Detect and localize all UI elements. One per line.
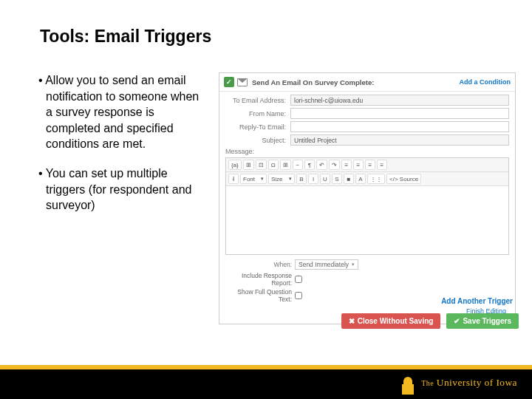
editor-toolbar-row2: I̵ Font Size B I U S ■ A ⋮⋮ </> Source (226, 172, 508, 186)
editor-toolbar-row1: {a} ⊞ ⊡ Ω ⊞ − ¶ ↶ ↷ ≡ ≡ ≡ ≡ (226, 158, 508, 172)
subject-input[interactable]: Untitled Project (290, 134, 509, 146)
table-icon[interactable]: ⊞ (243, 160, 254, 170)
align-left-icon[interactable]: ≡ (341, 160, 352, 170)
align-justify-icon[interactable]: ≡ (377, 160, 387, 170)
piped-text-icon[interactable]: {a} (228, 160, 242, 170)
university-logo: The University of Iowa (400, 371, 517, 395)
align-right-icon[interactable]: ≡ (365, 160, 375, 170)
footer: The University of Iowa (0, 358, 532, 399)
list-button[interactable]: ⋮⋮ (367, 174, 385, 184)
panel-header: ✓ Send An Email On Survey Complete: Add … (219, 73, 515, 92)
message-label: Message: (225, 148, 509, 155)
bullet-item: Allow you to send an email notification … (30, 72, 207, 152)
text-color-button[interactable]: A (355, 174, 366, 184)
show-full-question-label: Show Full Question Text: (228, 288, 292, 303)
to-email-input[interactable]: lori-schnel-c@uiowa.edu (290, 95, 509, 106)
mail-icon (237, 78, 248, 86)
bg-color-button[interactable]: ■ (344, 174, 354, 184)
size-select[interactable]: Size (268, 174, 295, 184)
dome-icon (400, 371, 415, 395)
close-button-label: Close Without Saving (358, 317, 434, 325)
check-icon: ✔ (454, 317, 460, 325)
save-button-label: Save Triggers (463, 317, 511, 325)
reply-to-label: Reply-To Email: (225, 123, 290, 131)
to-label: To Email Address: (225, 97, 290, 104)
after-editor-options: When: Send Immediately Include Response … (225, 255, 509, 318)
underline-button[interactable]: U (320, 174, 330, 184)
close-without-saving-button[interactable]: ✖ Close Without Saving (341, 313, 441, 329)
add-condition-link[interactable]: Add a Condition (460, 78, 511, 86)
add-another-trigger-link[interactable]: Add Another Trigger (441, 297, 513, 305)
font-select[interactable]: Font (240, 174, 267, 184)
action-buttons: ✖ Close Without Saving ✔ Save Triggers (341, 313, 519, 329)
undo-icon[interactable]: ↶ (316, 160, 327, 170)
bullet-item: You can set up multiple triggers (for re… (30, 166, 207, 214)
when-dropdown[interactable]: Send Immediately (295, 259, 358, 270)
from-name-label: From Name: (225, 110, 290, 117)
check-icon: ✓ (224, 77, 234, 87)
show-full-question-checkbox[interactable] (295, 292, 302, 299)
form-area: To Email Address: lori-schnel-c@uiowa.ed… (219, 92, 515, 324)
bold-button[interactable]: B (296, 174, 307, 184)
editor-textarea[interactable] (226, 186, 508, 254)
align-center-icon[interactable]: ≡ (353, 160, 364, 170)
bullet-list: Allow you to send an email notification … (30, 72, 207, 227)
include-report-checkbox[interactable] (295, 276, 302, 283)
panel-heading-text: Send An Email On Survey Complete: (252, 78, 460, 86)
paragraph-icon[interactable]: ¶ (304, 160, 315, 170)
slide-title: Tools: Email Triggers (40, 27, 211, 47)
remove-format-icon[interactable]: I̵ (228, 174, 239, 184)
email-trigger-panel: ✓ Send An Email On Survey Complete: Add … (219, 72, 516, 324)
insert-icon[interactable]: ⊞ (280, 160, 291, 170)
redo-icon[interactable]: ↷ (329, 160, 340, 170)
save-triggers-button[interactable]: ✔ Save Triggers (446, 313, 519, 329)
special-char-icon[interactable]: Ω (268, 160, 279, 170)
hr-icon[interactable]: − (293, 160, 303, 170)
when-label: When: (228, 261, 292, 268)
source-button[interactable]: </> Source (386, 174, 421, 184)
rich-text-editor: {a} ⊞ ⊡ Ω ⊞ − ¶ ↶ ↷ ≡ ≡ ≡ ≡ I̵ Font Size… (225, 157, 509, 255)
university-name: The University of Iowa (421, 377, 517, 389)
image-icon[interactable]: ⊡ (256, 160, 267, 170)
italic-button[interactable]: I (308, 174, 318, 184)
from-name-input[interactable] (290, 108, 509, 119)
strike-button[interactable]: S (332, 174, 342, 184)
reply-to-input[interactable] (290, 121, 509, 132)
subject-label: Subject: (225, 137, 290, 144)
close-icon: ✖ (349, 317, 355, 325)
include-report-label: Include Response Report: (228, 272, 292, 287)
